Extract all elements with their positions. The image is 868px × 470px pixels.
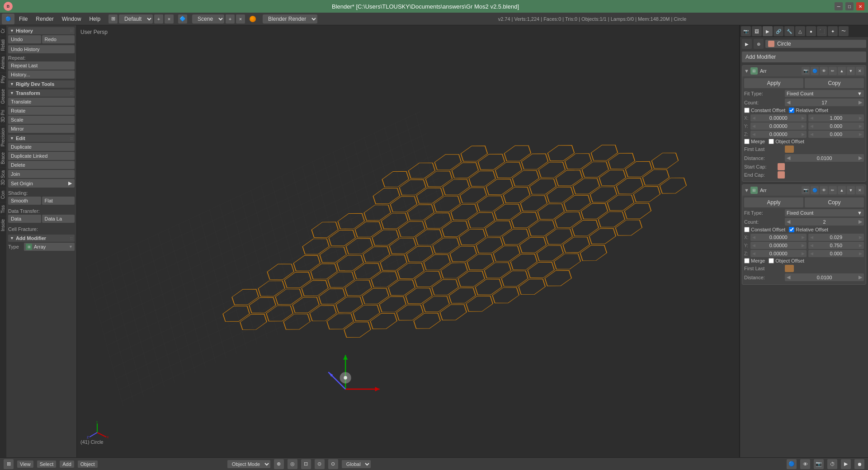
maximize-button[interactable]: □ (845, 2, 854, 10)
flat-button[interactable]: Flat (42, 197, 75, 205)
mod1-count-right[interactable]: ▶ (859, 99, 862, 105)
repeat-last-button[interactable]: Repeat Last (8, 61, 75, 70)
mod2-merge-checkbox[interactable] (744, 258, 750, 263)
mod2-z-const-field[interactable]: ◀ 0.00000 ▶ (750, 250, 807, 257)
mod1-dist-left[interactable]: ◀ (787, 155, 790, 161)
right-tab-camera[interactable]: 📷 (741, 26, 751, 36)
right-tab-particles[interactable]: ✦ (828, 26, 838, 36)
right-tab-data[interactable]: △ (795, 26, 805, 36)
redo-button[interactable]: Redo (42, 35, 75, 43)
mod1-x-const-right[interactable]: ▶ (802, 116, 805, 120)
mod1-x-rel-left[interactable]: ◀ (810, 116, 813, 120)
mod1-x-rel-right[interactable]: ▶ (859, 116, 862, 120)
scene-icon[interactable]: 🔷 (178, 14, 187, 24)
proportional-icon[interactable]: ⊙ (315, 459, 325, 469)
mod1-render-btn[interactable]: 🔵 (811, 67, 819, 75)
vtab-brace[interactable]: Brace (0, 149, 6, 167)
mod1-z-rel-left[interactable]: ◀ (810, 132, 813, 136)
global-selector[interactable]: Global (342, 460, 371, 468)
mod2-close-btn[interactable]: ✕ (856, 186, 864, 194)
minimize-button[interactable]: ─ (835, 2, 843, 10)
mod1-count-left[interactable]: ◀ (787, 99, 790, 105)
mod2-relative-offset-checkbox[interactable] (789, 227, 794, 232)
mod1-eye-btn[interactable]: 👁 (820, 67, 828, 75)
add-menu[interactable]: Add (60, 461, 74, 468)
select-menu[interactable]: Select (37, 461, 57, 468)
mod1-fit-type-field[interactable]: Fixed Count ▼ (785, 90, 864, 97)
bottom-view-icon[interactable]: ⊞ (4, 459, 14, 469)
duplicate-button[interactable]: Duplicate (8, 143, 75, 151)
mod2-object-offset-checkbox[interactable] (769, 258, 774, 263)
vtab-tiss[interactable]: Tiss (0, 202, 6, 216)
vtab-cr[interactable]: Cr (0, 25, 6, 36)
scale-button[interactable]: Scale (8, 116, 75, 124)
vtab-precision[interactable]: Precision (0, 125, 6, 149)
menu-window[interactable]: Window (58, 15, 85, 23)
mod1-camera-btn[interactable]: 📷 (802, 67, 810, 75)
view-btn[interactable]: 👁 (800, 459, 810, 469)
mod1-count-field[interactable]: ◀ 17 ▶ (785, 99, 864, 106)
mod2-eye-btn[interactable]: 👁 (820, 186, 828, 194)
mod1-y-const-left[interactable]: ◀ (752, 124, 755, 128)
mod1-up-btn[interactable]: ▲ (838, 67, 846, 75)
vtab-phy[interactable]: Phy (0, 72, 6, 86)
mod1-constant-offset-checkbox[interactable] (744, 108, 750, 113)
remove-layout-btn[interactable]: × (165, 14, 174, 24)
remove-scene-btn[interactable]: × (236, 14, 245, 24)
right-tab-material[interactable]: ● (806, 26, 816, 36)
close-button[interactable]: ✕ (856, 2, 864, 10)
undo-history-button[interactable]: Undo History (8, 45, 75, 53)
mod1-y-rel-field[interactable]: ◀ 0.000 ▶ (808, 122, 864, 130)
render-engine-selector[interactable]: Blender Render (263, 14, 317, 24)
add-modifier-header[interactable]: ▼ Add Modifier :: (8, 235, 75, 242)
mod2-camera-btn[interactable]: 📷 (802, 186, 810, 194)
mod1-z-const-left[interactable]: ◀ (752, 132, 755, 136)
camera-btn[interactable]: 📷 (814, 459, 824, 469)
mod2-up-btn[interactable]: ▲ (838, 186, 846, 194)
menu-file[interactable]: File (15, 15, 31, 23)
scene-selector[interactable]: Scene (192, 14, 224, 24)
add-scene-btn[interactable]: + (226, 14, 235, 24)
right-tab-modifier[interactable]: 🔧 (784, 26, 794, 36)
mod2-fit-type-field[interactable]: Fixed Count ▼ (785, 209, 864, 216)
right-tab-render[interactable]: 🖼 (752, 26, 762, 36)
mod1-x-rel-field[interactable]: ◀ 1.000 ▶ (808, 114, 864, 122)
object-copy-icon[interactable]: ⊕ (754, 39, 764, 49)
delete-button[interactable]: Delete (8, 161, 75, 169)
mod1-copy-button[interactable]: Copy (805, 78, 864, 88)
rigify-header[interactable]: ▼ Rigify Dev Tools (8, 80, 75, 88)
mod2-copy-button[interactable]: Copy (805, 197, 864, 207)
mod2-constant-offset-checkbox[interactable] (744, 227, 750, 232)
rotate-button[interactable]: Rotate (8, 107, 75, 115)
mod1-apply-button[interactable]: Apply (744, 78, 803, 88)
mod2-collapse-icon[interactable]: ▼ (744, 188, 749, 193)
mod1-collapse-icon[interactable]: ▼ (744, 68, 749, 74)
mod1-object-offset-checkbox[interactable] (769, 139, 774, 144)
translate-button[interactable]: Translate (8, 98, 75, 106)
vtab-relati[interactable]: Relati (0, 36, 6, 54)
mod1-z-const-field[interactable]: ◀ 0.00000 ▶ (750, 131, 807, 138)
mod1-merge-checkbox[interactable] (744, 139, 750, 144)
mod1-z-rel-field[interactable]: ◀ 0.000 ▶ (808, 131, 864, 138)
mod1-copy-icon[interactable]: ⊞ (750, 67, 758, 75)
history-btn[interactable]: History... (8, 70, 75, 79)
mod2-y-rel-field[interactable]: ◀ 0.750 ▶ (808, 242, 864, 249)
anim-btn[interactable]: ▶ (841, 459, 851, 469)
vtab-anima[interactable]: Anima (0, 53, 6, 72)
mod2-z-rel-field[interactable]: ◀ 0.000 ▶ (808, 250, 864, 257)
menu-render[interactable]: Render (32, 15, 57, 23)
mod1-x-const-left[interactable]: ◀ (752, 116, 755, 120)
render-btn[interactable]: 🔵 (787, 459, 797, 469)
pivot-icon[interactable]: ◎ (288, 459, 297, 469)
mod2-count-field[interactable]: ◀ 2 ▶ (785, 218, 864, 226)
snap-icon[interactable]: ⊡ (301, 459, 311, 469)
mod1-down-btn[interactable]: ▼ (847, 67, 855, 75)
mod2-y-const-field[interactable]: ◀ 0.00000 ▶ (750, 242, 807, 249)
mod1-y-const-right[interactable]: ▶ (802, 124, 805, 128)
join-button[interactable]: Join (8, 170, 75, 178)
view-menu[interactable]: View (17, 461, 33, 468)
mod1-relative-offset-checkbox[interactable] (789, 108, 794, 113)
mod2-distance-field[interactable]: ◀ 0.0100 ▶ (785, 273, 864, 281)
mod2-x-const-field[interactable]: ◀ 0.00000 ▶ (750, 234, 807, 241)
mod2-edit-btn[interactable]: ✏ (829, 186, 837, 194)
